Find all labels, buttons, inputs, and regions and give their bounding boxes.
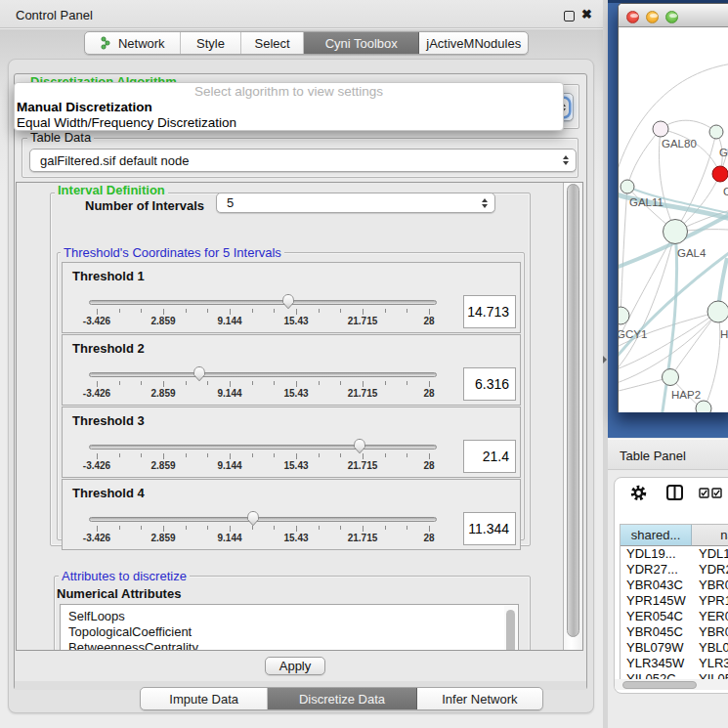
column-header-name[interactable]: name [692,525,728,546]
tab-style[interactable]: Style [181,32,242,54]
table-row[interactable]: YDL19...YDL19 [621,546,728,562]
threshold-slider-track[interactable] [89,372,437,377]
combobox-stepper-icon[interactable] [559,151,572,169]
tab-cyni-toolbox[interactable]: Cyni Toolbox [304,32,419,54]
threshold-slider-thumb[interactable] [245,510,261,527]
threshold-slider-thumb[interactable] [192,365,207,382]
combobox-stepper-icon[interactable] [478,194,491,212]
attribute-list-item[interactable]: SelfLoops [61,609,518,624]
horizontal-scrollbar[interactable] [615,679,728,690]
cell-shared-name[interactable]: YPR145W [621,593,692,609]
dropdown-option-manual-discretization[interactable]: Manual Discretization [15,100,563,115]
close-traffic-light-icon[interactable] [626,11,639,23]
slider-tick [407,453,407,457]
table-row[interactable]: YLR345WYLR34 [621,656,728,671]
float-window-icon[interactable] [564,11,575,21]
tab-select[interactable]: Select [241,32,304,54]
tab-jactivemnodules[interactable]: jActiveMNodules [419,32,528,54]
cell-name[interactable]: YBL07 [692,640,728,656]
slider-tick-label: 9.144 [206,533,253,543]
network-edge[interactable] [627,129,661,187]
vertical-scrollbar[interactable] [563,183,582,650]
network-node-gal11[interactable] [621,180,634,193]
network-node-hap2[interactable] [663,369,679,386]
cell-shared-name[interactable]: YBR045C [621,624,692,640]
table-data-title: Table Data [27,131,94,144]
apply-button[interactable]: Apply [265,657,325,675]
checkboxes-icon[interactable] [699,488,724,498]
threshold-value-field[interactable]: 11.344 [463,512,516,545]
slider-tick [230,309,231,315]
network-node-ga[interactable] [709,125,723,139]
network-edge[interactable] [621,187,627,316]
list-scrollbar[interactable] [504,605,517,651]
number-of-intervals-value: 5 [227,193,234,212]
threshold-slider-thumb[interactable] [352,438,367,454]
cell-name[interactable]: YDR27 [692,562,728,578]
network-node-gal80[interactable] [653,121,668,137]
threshold-value-field[interactable]: 14.713 [463,295,516,328]
attribute-list-item[interactable]: TopologicalCoefficient [61,624,518,640]
network-window-titlebar[interactable] [619,4,728,27]
cell-name[interactable]: YPR14 [692,593,728,609]
network-node-c[interactable] [712,166,728,182]
cell-shared-name[interactable]: YER054C [621,609,692,624]
table-row[interactable]: YPR145WYPR14 [621,593,728,609]
network-node-h[interactable] [707,301,728,322]
cell-shared-name[interactable]: YBR043C [621,578,692,593]
table-row[interactable]: YER054CYER05 [621,609,728,624]
slider-tick-label: 2.859 [140,316,187,326]
cell-name[interactable]: YBR04 [692,624,728,640]
dropdown-option-equal-width-frequency[interactable]: Equal Width/Frequency Discretization [15,115,563,131]
network-edge[interactable] [704,312,720,410]
cell-name[interactable]: YER05 [692,609,728,624]
threshold-slider-track[interactable] [89,517,437,522]
column-header-shared-name[interactable]: shared... [621,525,692,546]
table-row[interactable]: YBR043CYBR04 [621,578,728,593]
network-node-gal4[interactable] [664,220,688,244]
horizontal-scrollbar-thumb[interactable] [622,681,697,689]
close-icon[interactable]: ✖ [581,7,592,21]
slider-tick [274,381,275,385]
network-canvas[interactable]: GAL80GACGAL11GAL4GCY1HHAP2 [619,27,728,412]
cell-shared-name[interactable]: YBL079W [621,640,692,656]
table-toolbar [615,478,728,524]
numerical-attributes-list: SelfLoopsTopologicalCoefficientBetweenne… [60,604,519,651]
cell-name[interactable]: YBR04 [692,578,728,593]
cell-name[interactable]: YDL19 [692,546,728,562]
cell-shared-name[interactable]: YLR345W [621,656,692,671]
slider-tick [252,453,253,457]
dropdown-prompt-item[interactable]: Select algorithm to view settings [15,84,563,100]
gear-icon[interactable] [630,485,647,501]
cell-shared-name[interactable]: YDR27... [621,562,692,578]
threshold-slider-thumb[interactable] [280,293,296,310]
tab-impute-data[interactable]: Impute Data [141,688,268,709]
network-edge[interactable] [670,312,718,377]
zoom-traffic-light-icon[interactable] [665,11,678,23]
threshold-value-field[interactable]: 6.316 [463,367,516,401]
tab-network[interactable]: Network [85,32,181,54]
threshold-slider-track[interactable] [89,300,437,305]
threshold-label: Threshold 4 [72,486,145,500]
tab-label: Impute Data [169,692,238,707]
threshold-value-field[interactable]: 21.4 [463,440,516,473]
list-scrollbar-thumb[interactable] [506,610,515,651]
number-of-intervals-combobox[interactable]: 5 [216,193,495,213]
divider-collapse-icon[interactable] [603,356,607,364]
table-row[interactable]: YBR045CYBR04 [621,624,728,640]
network-edge[interactable] [661,120,716,132]
threshold-slider-track[interactable] [89,445,437,450]
attribute-list-item[interactable]: BetweennessCentrality [61,640,518,651]
network-node-label: HAP2 [671,389,701,401]
tab-infer-network[interactable]: Infer Network [417,688,542,709]
table-data-combobox[interactable]: galFiltered.sif default node [29,149,577,172]
vertical-scrollbar-thumb[interactable] [567,184,579,637]
table-row[interactable]: YDR27...YDR27 [621,562,728,578]
cell-shared-name[interactable]: YDL19... [621,546,692,562]
minimize-traffic-light-icon[interactable] [646,11,659,23]
tab-discretize-data[interactable]: Discretize Data [268,688,416,709]
cell-name[interactable]: YLR34 [692,656,728,671]
network-node[interactable] [696,401,711,412]
table-row[interactable]: YBL079WYBL07 [621,640,728,656]
columns-icon[interactable] [666,485,683,500]
